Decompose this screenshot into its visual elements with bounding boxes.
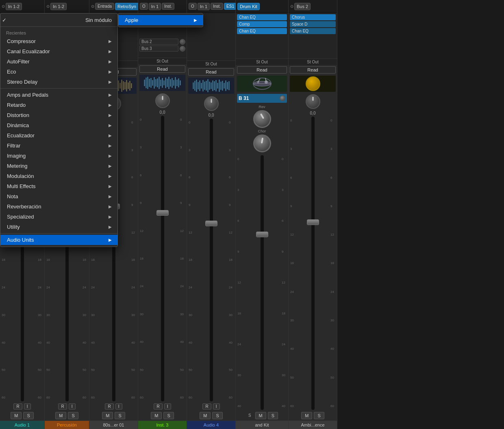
menu-item-compressor[interactable]: Compressor▶ [0,36,117,46]
insert-chan-eq[interactable]: Chan EQ [237,14,287,20]
insert-chaneq7[interactable]: Chan EQ [290,28,336,34]
s-button-6[interactable]: S [268,412,278,419]
synth-button-3[interactable]: RetroSyn [115,3,139,10]
menu-item-stereo-delay[interactable]: Stereo Delay▶ [0,77,117,87]
menu-item-no-module[interactable]: Sin módulo [0,15,117,25]
reverb-knob[interactable] [253,110,271,128]
fader-bg-6 [261,155,264,410]
yellow-instrument-knob[interactable] [306,76,320,91]
i-button-4[interactable]: I [164,403,171,410]
svg-rect-114 [229,81,230,90]
b31-knob[interactable] [280,95,285,101]
m-button-6[interactable]: M [255,412,266,419]
s-button-3[interactable]: S [115,412,125,419]
menu-item-filtrar[interactable]: Filtrar▶ [0,141,117,151]
channel-name-2: Percusión [45,420,89,429]
io-row-2: ⊙ In 1-2 [45,0,89,13]
inst-label-4[interactable]: Inst. [162,3,174,10]
io-row-6: Drum Kit [236,0,288,13]
read-button-6[interactable]: Read [237,66,287,74]
m-button-7[interactable]: M [301,412,312,419]
volume-knob-5[interactable] [204,96,219,111]
menu-item-autofilter[interactable]: AutoFilter▶ [0,56,117,67]
io-button-7[interactable]: Bus 2 [294,3,311,10]
inst-btn-5[interactable]: Inst. [211,3,223,10]
fader-track-6[interactable] [244,155,280,410]
volume-knob-7[interactable] [306,94,320,109]
drum-kit-btn[interactable]: Drum Kit [237,3,260,10]
menu-item-modulacion[interactable]: Modulación▶ [0,171,117,181]
fader-scale-7r: 036912182430405060 [330,117,335,410]
m-button-3[interactable]: M [102,412,113,419]
r-button-4[interactable]: R [154,403,162,410]
ms-buttons-7: M S [289,411,337,420]
menu-item-nota[interactable]: Nota▶ [0,191,117,202]
menu-item-audio-units[interactable]: Audio Units ▶ [0,235,117,245]
fader-section-6: 03691218243040 03691218243040 [236,154,288,411]
io-button-2[interactable]: In 1-2 [50,3,67,10]
m-button-4[interactable]: M [151,412,162,419]
mixer-area: ⊙ In 1-2 St Out Read [0,0,504,429]
s-button-2[interactable]: S [68,412,78,419]
menu-item-multi-effects[interactable]: Multi Effects▶ [0,181,117,191]
circle-btn-5[interactable]: O [189,3,197,10]
insert-spaced[interactable]: Space D [290,21,336,27]
i-button-2[interactable]: I [69,403,76,410]
output-6: St Out [236,58,288,65]
inst-button-4[interactable]: O [140,3,148,10]
i-button-3[interactable]: I [115,403,122,410]
s-button-5[interactable]: S [212,412,222,419]
i-button-1[interactable]: I [24,403,31,410]
svg-rect-108 [219,80,220,92]
m-button-2[interactable]: M [55,412,66,419]
s-button-7[interactable]: S [314,412,324,419]
r-button-5[interactable]: R [202,403,211,410]
menu-item-retardo[interactable]: Retardo▶ [0,100,117,110]
s-button-4[interactable]: S [163,412,174,419]
menu-item-metering[interactable]: Metering▶ [0,161,117,171]
menu-item-dinamica[interactable]: Dinámica▶ [0,120,117,130]
insert-comp[interactable]: Comp [237,21,287,27]
r-button-1[interactable]: R [13,403,22,410]
chorus-knob[interactable] [253,134,271,152]
menu-item-ecualizador[interactable]: Ecualizador▶ [0,130,117,141]
r-button-3[interactable]: R [105,403,113,410]
menu-item-distortion[interactable]: Distortion▶ [0,110,117,120]
read-button-7[interactable]: Read [290,66,336,74]
channel-name-4: Inst. 3 [138,420,187,429]
menu-item-utility[interactable]: Utility▶ [0,222,117,232]
io-button-1[interactable]: In 1-2 [6,3,22,10]
i-button-5[interactable]: I [213,403,220,410]
ri-buttons-5: R I [187,402,235,411]
insert-slots-7: Chorus Space D Chan EQ [289,13,337,37]
menu-item-reverberacion[interactable]: Reverberación▶ [0,202,117,212]
menu-item-specialized[interactable]: Specialized▶ [0,212,117,222]
ri-buttons-2: R I [45,402,89,411]
io-button-3[interactable]: Entrada [95,3,114,10]
s-button-1[interactable]: S [23,412,33,419]
fader-thumb-5[interactable] [205,221,217,226]
io-button-4[interactable]: In 1 [149,3,161,10]
apple-menu-header[interactable]: Apple ▶ [118,15,203,25]
insert-chorus[interactable]: Chorus [290,14,336,20]
channel-name-5: Audio 4 [187,420,235,429]
menu-item-eco[interactable]: Eco▶ [0,67,117,77]
m-button-5[interactable]: M [200,412,211,419]
r-button-2[interactable]: R [58,403,67,410]
svg-rect-112 [226,80,226,91]
menu-item-amps[interactable]: Amps and Pedals▶ [0,90,117,100]
ms-buttons-6: S M S [236,411,288,420]
io-button-5[interactable]: In 1 [198,3,210,10]
svg-rect-104 [213,80,213,91]
menu-item-imaging[interactable]: Imaging▶ [0,151,117,161]
m-button-1[interactable]: M [11,412,22,419]
insert-chan-eq2[interactable]: Chan EQ [237,28,287,34]
io-row-7: ⊙ Bus 2 [289,0,337,13]
channel-name-6: and Kit [236,420,288,429]
fader-track-7[interactable] [297,117,329,410]
fader-thumb-7[interactable] [307,219,319,225]
menu-item-canal-ec[interactable]: Canal Ecualizador▶ [0,46,117,56]
fader-scale-6: 03691218243040 [237,155,242,410]
fader-thumb-6[interactable] [256,232,268,237]
synth-btn-5[interactable]: ES1 [224,3,237,10]
